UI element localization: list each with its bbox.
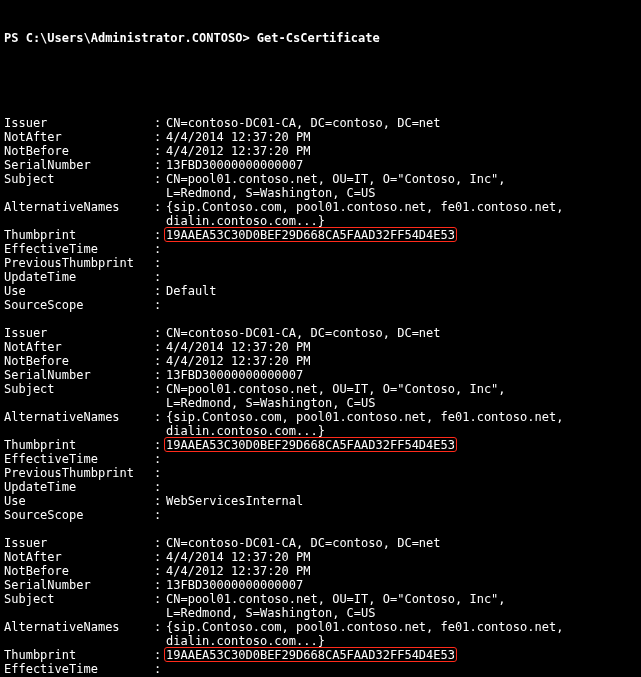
notbefore-row: NotBefore:4/4/2012 12:37:20 PM [4,354,637,368]
alternativenames-row: AlternativeNames:{sip.Contoso.com, pool0… [4,620,637,634]
serialnumber-row-label: SerialNumber [4,368,154,382]
separator: : [154,172,166,186]
issuer-row-value: CN=contoso-DC01-CA, DC=contoso, DC=net [166,116,637,130]
alternativenames-cont: dialin.contoso.com...} [4,214,637,228]
updatetime-row-label: UpdateTime [4,480,154,494]
thumbprint-row: Thumbprint:19AAEA53C30D0BEF29D668CA5FAAD… [4,648,637,662]
subject-row-value: CN=pool01.contoso.net, OU=IT, O="Contoso… [166,172,637,186]
effectivetime-row-value [166,242,637,256]
issuer-row-value: CN=contoso-DC01-CA, DC=contoso, DC=net [166,536,637,550]
thumbprint-row: Thumbprint:19AAEA53C30D0BEF29D668CA5FAAD… [4,438,637,452]
separator: : [154,256,166,270]
thumbprint-row-label: Thumbprint [4,228,154,242]
separator: : [154,550,166,564]
notbefore-row: NotBefore:4/4/2012 12:37:20 PM [4,144,637,158]
serialnumber-row: SerialNumber:13FBD30000000000007 [4,578,637,592]
sourcescope-row-value [166,298,637,312]
separator: : [154,298,166,312]
subject-row: Subject:CN=pool01.contoso.net, OU=IT, O=… [4,592,637,606]
previousthumbprint-row: PreviousThumbprint: [4,256,637,270]
separator: : [154,410,166,424]
alternativenames-cont: dialin.contoso.com...} [4,424,637,438]
notafter-row: NotAfter:4/4/2014 12:37:20 PM [4,340,637,354]
subject-row: Subject:CN=pool01.contoso.net, OU=IT, O=… [4,172,637,186]
notbefore-row-label: NotBefore [4,354,154,368]
separator: : [154,578,166,592]
subject-cont: L=Redmond, S=Washington, C=US [4,396,637,410]
use-row: Use:WebServicesInternal [4,494,637,508]
use-row-label: Use [4,284,154,298]
use-row-label: Use [4,494,154,508]
notafter-row: NotAfter:4/4/2014 12:37:20 PM [4,550,637,564]
notafter-row: NotAfter:4/4/2014 12:37:20 PM [4,130,637,144]
effectivetime-row-label: EffectiveTime [4,662,154,676]
issuer-row-label: Issuer [4,326,154,340]
effectivetime-row: EffectiveTime: [4,452,637,466]
subject-row-value: CN=pool01.contoso.net, OU=IT, O="Contoso… [166,382,637,396]
thumbprint-row-value: 19AAEA53C30D0BEF29D668CA5FAAD32FF54D4E53 [166,648,637,662]
notafter-row-value: 4/4/2014 12:37:20 PM [166,340,637,354]
sourcescope-row: SourceScope: [4,508,637,522]
sourcescope-row: SourceScope: [4,298,637,312]
command-prompt: PS C:\Users\Administrator.CONTOSO> Get-C… [4,30,637,46]
sourcescope-row-label: SourceScope [4,508,154,522]
serialnumber-row-value: 13FBD30000000000007 [166,368,637,382]
separator: : [154,494,166,508]
separator: : [154,466,166,480]
effectivetime-row-value [166,452,637,466]
use-row-value: Default [166,284,637,298]
separator: : [154,284,166,298]
issuer-row: Issuer:CN=contoso-DC01-CA, DC=contoso, D… [4,116,637,130]
alternativenames-row: AlternativeNames:{sip.Contoso.com, pool0… [4,200,637,214]
separator: : [154,130,166,144]
notbefore-row-label: NotBefore [4,564,154,578]
subject-row-label: Subject [4,172,154,186]
effectivetime-row: EffectiveTime: [4,662,637,676]
notafter-row-label: NotAfter [4,550,154,564]
alternativenames-row-label: AlternativeNames [4,410,154,424]
separator: : [154,340,166,354]
effectivetime-row: EffectiveTime: [4,242,637,256]
separator: : [154,354,166,368]
notafter-row-label: NotAfter [4,340,154,354]
thumbprint-row-label: Thumbprint [4,648,154,662]
separator: : [154,116,166,130]
previousthumbprint-row: PreviousThumbprint: [4,466,637,480]
updatetime-row: UpdateTime: [4,480,637,494]
serialnumber-row-label: SerialNumber [4,578,154,592]
thumbprint-row: Thumbprint:19AAEA53C30D0BEF29D668CA5FAAD… [4,228,637,242]
blank-line [4,522,637,536]
sourcescope-row-label: SourceScope [4,298,154,312]
thumbprint-row-value: 19AAEA53C30D0BEF29D668CA5FAAD32FF54D4E53 [166,438,637,452]
previousthumbprint-row-value [166,256,637,270]
alternativenames-row-value: {sip.Contoso.com, pool01.contoso.net, fe… [166,620,637,634]
previousthumbprint-row-label: PreviousThumbprint [4,256,154,270]
thumbprint-row-value: 19AAEA53C30D0BEF29D668CA5FAAD32FF54D4E53 [166,228,637,242]
issuer-row-label: Issuer [4,116,154,130]
alternativenames-row-value: {sip.Contoso.com, pool01.contoso.net, fe… [166,200,637,214]
subject-cont: L=Redmond, S=Washington, C=US [4,186,637,200]
alternativenames-row-label: AlternativeNames [4,200,154,214]
separator: : [154,662,166,676]
updatetime-row-label: UpdateTime [4,270,154,284]
separator: : [154,480,166,494]
powershell-terminal[interactable]: PS C:\Users\Administrator.CONTOSO> Get-C… [0,0,641,677]
alternativenames-cont: dialin.contoso.com...} [4,634,637,648]
serialnumber-row-value: 13FBD30000000000007 [166,158,637,172]
separator: : [154,382,166,396]
separator: : [154,592,166,606]
separator: : [154,144,166,158]
issuer-row: Issuer:CN=contoso-DC01-CA, DC=contoso, D… [4,536,637,550]
effectivetime-row-label: EffectiveTime [4,452,154,466]
notafter-row-value: 4/4/2014 12:37:20 PM [166,550,637,564]
subject-cont: L=Redmond, S=Washington, C=US [4,606,637,620]
effectivetime-row-value [166,662,637,676]
issuer-row: Issuer:CN=contoso-DC01-CA, DC=contoso, D… [4,326,637,340]
subject-row-value: CN=pool01.contoso.net, OU=IT, O="Contoso… [166,592,637,606]
separator: : [154,564,166,578]
separator: : [154,326,166,340]
separator: : [154,242,166,256]
serialnumber-row-value: 13FBD30000000000007 [166,578,637,592]
subject-row-label: Subject [4,382,154,396]
previousthumbprint-row-value [166,466,637,480]
